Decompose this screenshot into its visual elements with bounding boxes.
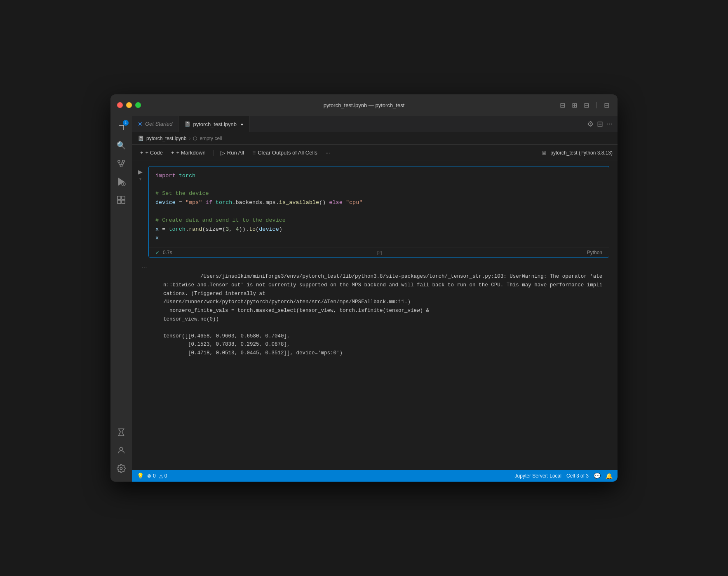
tab-actions: ⚙ ⊟ ··· <box>587 119 618 129</box>
sidebar-item-settings[interactable] <box>113 460 129 477</box>
sidebar-item-source-control[interactable] <box>113 155 129 172</box>
split-tab-icon[interactable]: ⊟ <box>597 119 603 129</box>
run-all-icon: ▷ <box>221 150 225 156</box>
titlebar-actions: ⊟ ⊞ ⊟ | ⊟ <box>558 100 611 111</box>
warning-icon: △ <box>159 473 163 479</box>
add-markdown-icon: + <box>171 150 174 156</box>
account-svg-icon <box>117 446 126 455</box>
run-debug-svg-icon <box>117 177 126 186</box>
ref-backends: backends <box>235 199 262 206</box>
ref-torch2: torch <box>169 226 186 232</box>
op-eq1: = <box>179 199 186 206</box>
var-x: x <box>155 226 159 232</box>
sidebar-item-account[interactable] <box>113 442 129 459</box>
svg-marker-3 <box>119 178 124 185</box>
notebook-tab-label: pytorch_test.ipynb <box>193 121 237 127</box>
success-icon: ✓ <box>155 250 160 255</box>
feedback-icon[interactable]: 💬 <box>594 473 601 479</box>
ref-torch1: torch <box>216 199 232 206</box>
svg-point-2 <box>120 165 122 167</box>
activity-bar: □ 1 🔍 <box>110 116 132 482</box>
breadcrumb-location: empty cell <box>200 136 222 141</box>
extensions-svg-icon <box>117 195 126 204</box>
run-all-button[interactable]: ▷ Run All <box>217 148 247 158</box>
output-more-icon[interactable]: ··· <box>141 264 147 272</box>
more-actions-button[interactable]: ··· <box>322 148 333 157</box>
tab-bar: ✕ Get Started 📓 pytorch_test.ipynb ● ⚙ ⊟… <box>132 116 618 132</box>
param-size: size <box>206 226 219 232</box>
notification-icon[interactable]: 🔔 <box>606 473 613 479</box>
breadcrumb-file-icon: 📓 <box>138 136 144 141</box>
add-code-button[interactable]: + + Code <box>137 148 166 157</box>
status-bar-right: Jupyter Server: Local Cell 3 of 3 💬 🔔 <box>515 473 613 479</box>
minimize-button[interactable] <box>126 102 132 108</box>
sidebar-item-extensions[interactable] <box>113 192 129 208</box>
more-actions-icon: ··· <box>326 150 330 156</box>
num-4: 4 <box>235 226 239 232</box>
close-button[interactable] <box>117 102 123 108</box>
warning-output: /Users/jinsolkim/miniforge3/envs/pytorch… <box>163 274 602 322</box>
error-count[interactable]: ⊗ 0 <box>147 473 156 479</box>
layout-icon[interactable]: ⊞ <box>570 100 579 111</box>
comment-create-data: # Create data and send it to the device <box>155 217 286 223</box>
svg-point-0 <box>118 160 120 163</box>
sidebar-item-testing[interactable] <box>113 424 129 440</box>
svg-point-11 <box>120 467 122 470</box>
search-icon: 🔍 <box>117 141 126 150</box>
jupyter-server-label[interactable]: Jupyter Server: Local <box>515 473 561 479</box>
sidebar-item-search[interactable]: 🔍 <box>113 137 129 154</box>
add-markdown-button[interactable]: + + Markdown <box>168 148 209 157</box>
panel-icon[interactable]: ⊟ <box>582 100 591 111</box>
output-gutter: ··· <box>132 259 157 371</box>
get-started-tab-icon: ✕ <box>138 121 143 127</box>
code-editor[interactable]: import torch # Set the device device = "… <box>149 166 609 248</box>
str-mps: "mps" <box>186 199 202 206</box>
cell-info-label: Cell 3 of 3 <box>566 473 589 479</box>
svg-rect-9 <box>122 200 125 204</box>
svg-rect-6 <box>117 196 121 199</box>
code-cell: ▶ ▾ import torch # Set the device device… <box>132 166 618 258</box>
cell-number: [2] <box>377 250 382 255</box>
run-cell-icon: ▶ <box>138 169 143 175</box>
breadcrumb-file[interactable]: pytorch_test.ipynb <box>146 136 186 141</box>
customize-layout-icon[interactable]: ⊟ <box>602 100 611 111</box>
var-device: device <box>155 199 176 206</box>
ref-mps: mps <box>265 199 275 206</box>
output-text: /Users/jinsolkim/miniforge3/envs/pytorch… <box>157 259 609 371</box>
tensor-output: tensor([[0.4658, 0.9603, 0.6580, 0.7040]… <box>163 333 343 356</box>
tab-notebook[interactable]: 📓 pytorch_test.ipynb ● <box>178 116 249 132</box>
kernel-icon: 🖥 <box>541 150 547 156</box>
split-editor-icon[interactable]: ⊟ <box>558 100 567 111</box>
settings-tab-icon[interactable]: ⚙ <box>587 119 594 129</box>
clear-outputs-label: Clear Outputs of All Cells <box>258 150 317 156</box>
clear-outputs-button[interactable]: ≡ Clear Outputs of All Cells <box>249 148 321 158</box>
warning-count[interactable]: △ 0 <box>159 473 167 479</box>
notebook-content[interactable]: ▶ ▾ import torch # Set the device device… <box>132 161 618 470</box>
kernel-label[interactable]: pytorch_test (Python 3.8.13) <box>550 150 613 156</box>
svg-rect-7 <box>122 196 125 199</box>
status-bar: 💡 ⊗ 0 △ 0 Jupyter Server: Local Cell 3 o… <box>132 470 618 482</box>
cell-body[interactable]: import torch # Set the device device = "… <box>148 166 609 258</box>
toolbar-right: 🖥 pytorch_test (Python 3.8.13) <box>541 150 613 156</box>
status-bar-left: 💡 ⊗ 0 △ 0 <box>137 473 167 479</box>
main-layout: □ 1 🔍 <box>110 116 618 482</box>
window-title: pytorch_test.ipynb — pytorch_test <box>324 102 405 108</box>
kw-if: if <box>206 199 212 206</box>
run-cell-button[interactable]: ▶ <box>138 169 143 175</box>
toolbar-separator: | <box>212 149 214 157</box>
breadcrumb-separator: › <box>189 136 190 141</box>
fn-to: to <box>249 226 256 232</box>
clear-outputs-icon: ≡ <box>252 150 256 156</box>
source-control-svg-icon <box>117 159 126 168</box>
add-markdown-label: + Markdown <box>176 150 205 156</box>
sidebar-item-files[interactable]: □ 1 <box>113 119 129 136</box>
editor-area: ✕ Get Started 📓 pytorch_test.ipynb ● ⚙ ⊟… <box>132 116 618 482</box>
add-code-label: + Code <box>146 150 163 156</box>
sidebar-item-run-debug[interactable] <box>113 173 129 190</box>
tab-get-started[interactable]: ✕ Get Started <box>132 116 178 132</box>
output-area: ··· /Users/jinsolkim/miniforge3/envs/pyt… <box>132 259 618 371</box>
svg-rect-8 <box>117 200 121 204</box>
maximize-button[interactable] <box>135 102 141 108</box>
more-tab-icon[interactable]: ··· <box>606 119 613 129</box>
cell-menu-button[interactable]: ▾ <box>139 177 141 181</box>
